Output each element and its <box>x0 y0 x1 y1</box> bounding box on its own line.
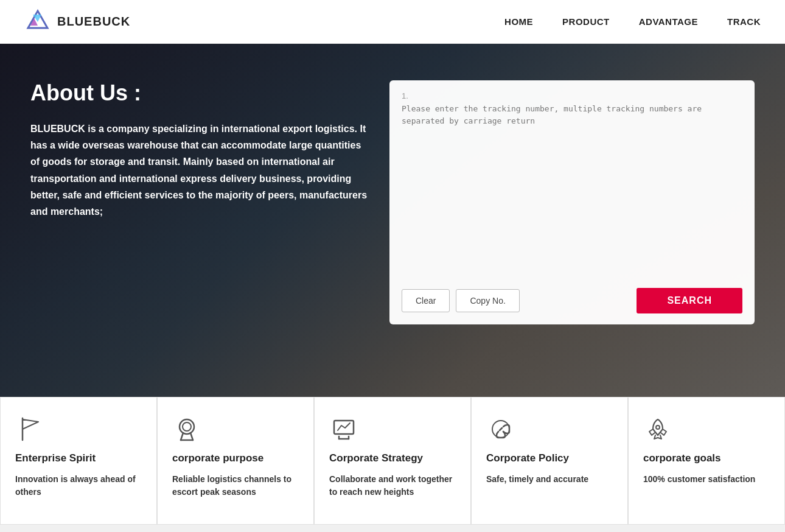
nav-product[interactable]: PRODUCT <box>562 16 610 27</box>
tracking-input-area: 1. <box>389 80 755 282</box>
nav-track[interactable]: TRACK <box>727 16 761 27</box>
chart-icon <box>329 415 358 444</box>
tracking-textarea[interactable] <box>402 103 742 273</box>
svg-line-7 <box>190 433 193 440</box>
nav-advantage[interactable]: ADVANTAGE <box>639 16 698 27</box>
link-icon <box>486 415 515 444</box>
about-body: BLUEBUCK is a company specializing in in… <box>30 121 371 220</box>
card-corporate-policy: Corporate Policy Safe, timely and accura… <box>471 397 628 525</box>
card-corporate-purpose: corporate purpose Reliable logistics cha… <box>157 397 314 525</box>
card-corporate-policy-desc: Safe, timely and accurate <box>486 473 613 486</box>
rocket-icon <box>643 415 672 444</box>
award-icon <box>172 415 201 444</box>
card-corporate-purpose-desc: Reliable logistics channels to escort pe… <box>172 473 299 499</box>
svg-line-6 <box>181 433 183 440</box>
card-corporate-strategy: Corporate Strategy Collaborate and work … <box>314 397 471 525</box>
copy-button[interactable]: Copy No. <box>456 289 519 312</box>
header: BLUEBUCK HOME PRODUCT ADVANTAGE TRACK <box>0 0 785 44</box>
flag-icon <box>15 415 44 444</box>
search-button[interactable]: SEARCH <box>637 288 742 313</box>
logo-icon <box>24 9 51 35</box>
svg-point-4 <box>180 419 194 434</box>
tracking-line-number: 1. <box>402 91 408 100</box>
about-section: About Us : BLUEBUCK is a company special… <box>30 80 371 220</box>
logo-area: BLUEBUCK <box>24 9 130 35</box>
hero-section: About Us : BLUEBUCK is a company special… <box>0 44 785 397</box>
tracking-label: 1. <box>402 91 742 100</box>
card-corporate-goals: corporate goals 100% customer satisfacti… <box>628 397 785 525</box>
svg-point-5 <box>183 422 191 431</box>
card-enterprise-spirit-desc: Innovation is always ahead of others <box>15 473 142 499</box>
card-corporate-goals-desc: 100% customer satisfaction <box>643 473 770 486</box>
card-enterprise-spirit-title: Enterprise Spirit <box>15 452 142 464</box>
card-enterprise-spirit: Enterprise Spirit Innovation is always a… <box>0 397 157 525</box>
svg-point-14 <box>656 425 660 429</box>
clear-button[interactable]: Clear <box>402 289 450 312</box>
logo-text: BLUEBUCK <box>57 15 130 29</box>
tracking-box: 1. Clear Copy No. SEARCH <box>389 80 755 324</box>
cards-section: Enterprise Spirit Innovation is always a… <box>0 397 785 525</box>
card-corporate-strategy-desc: Collaborate and work together to reach n… <box>329 473 456 499</box>
main-nav: HOME PRODUCT ADVANTAGE TRACK <box>504 16 761 27</box>
hero-content: About Us : BLUEBUCK is a company special… <box>30 80 755 324</box>
tracking-actions: Clear Copy No. SEARCH <box>389 282 755 324</box>
card-corporate-goals-title: corporate goals <box>643 452 770 464</box>
card-corporate-policy-title: Corporate Policy <box>486 452 613 464</box>
card-corporate-purpose-title: corporate purpose <box>172 452 299 464</box>
card-corporate-strategy-title: Corporate Strategy <box>329 452 456 464</box>
about-title: About Us : <box>30 80 371 106</box>
nav-home[interactable]: HOME <box>504 16 533 27</box>
